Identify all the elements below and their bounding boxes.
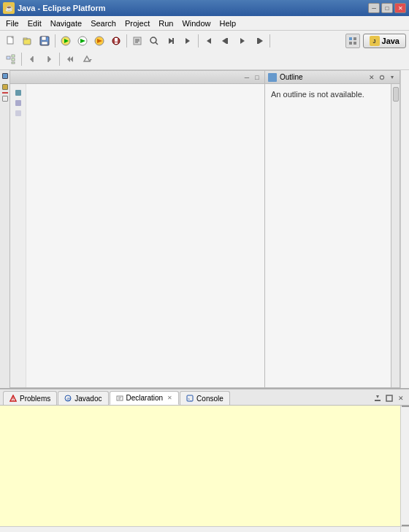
svg-rect-36 (12, 55, 15, 57)
title-buttons[interactable]: ─ □ ✕ (368, 3, 406, 13)
external-tools-button[interactable] (58, 33, 74, 49)
sidebar-marker-1 (2, 73, 8, 79)
open-button[interactable] (20, 33, 36, 49)
app-icon: ☕ (3, 2, 15, 14)
svg-marker-29 (259, 38, 263, 44)
java-perspective-button[interactable]: J Java (363, 34, 406, 48)
tab-console[interactable]: >_ Console (180, 391, 230, 405)
save-button[interactable] (37, 33, 53, 49)
close-bottom-btn[interactable]: ✕ (396, 393, 406, 403)
tab-javadoc-label: Javadoc (74, 395, 102, 403)
svg-rect-15 (115, 42, 118, 44)
title-bar-left: ☕ Java - Eclipse Platform (3, 2, 105, 14)
editor-panel: ─ □ (10, 70, 265, 388)
minimize-bottom-btn[interactable] (372, 393, 383, 403)
outline-scrollbar-thumb[interactable] (393, 87, 399, 102)
tab-javadoc[interactable]: @ Javadoc (58, 391, 108, 405)
next-edit-button[interactable] (41, 51, 57, 67)
toolbar-sep-2 (126, 34, 127, 48)
menu-edit[interactable]: Edit (23, 18, 46, 29)
menu-bar: File Edit Navigate Search Project Run Wi… (0, 16, 409, 31)
gutter-icon-2 (15, 100, 21, 106)
menu-navigate[interactable]: Navigate (46, 18, 86, 29)
menu-project[interactable]: Project (121, 18, 154, 29)
editor-titlebar: ─ □ (10, 71, 264, 84)
svg-marker-49 (391, 76, 394, 79)
svg-rect-62 (386, 395, 392, 401)
editor-row: ─ □ Outlin (0, 70, 409, 389)
svg-rect-55 (117, 396, 123, 400)
java-perspective-icon: J (370, 36, 380, 46)
svg-rect-23 (172, 38, 174, 44)
outline-title-buttons[interactable]: ✕ (367, 73, 397, 82)
outline-right-bar (391, 84, 400, 387)
toolbar-row-2 (3, 50, 406, 68)
declaration-vscrollbar[interactable] (400, 406, 409, 526)
menu-help[interactable]: Help (215, 18, 241, 29)
open-perspective-button[interactable] (345, 34, 360, 48)
svg-rect-6 (42, 42, 47, 45)
declaration-close-btn[interactable]: ✕ (167, 395, 172, 401)
tab-declaration[interactable]: Declaration ✕ (110, 391, 180, 405)
editor-title-buttons[interactable]: ─ □ (242, 73, 261, 82)
close-button[interactable]: ✕ (394, 3, 406, 13)
outline-title-left: Outline (268, 73, 303, 82)
svg-rect-32 (353, 37, 356, 40)
forward-button[interactable] (234, 33, 251, 49)
editor-text-area[interactable] (26, 84, 264, 387)
editor-gutter (10, 84, 26, 387)
run-button[interactable] (74, 33, 91, 49)
problems-icon (9, 395, 17, 402)
forward-history-button[interactable] (251, 33, 267, 49)
scrollbar-arrow-down[interactable] (402, 525, 409, 526)
outline-body: An outline is not available. (265, 84, 400, 387)
back-history-button[interactable] (218, 33, 234, 49)
svg-marker-24 (186, 38, 190, 44)
coverage-button[interactable] (91, 33, 107, 49)
console-icon: >_ (186, 395, 194, 402)
svg-rect-52 (13, 400, 14, 400)
menu-window[interactable]: Window (177, 18, 215, 29)
scrollbar-arrow-up[interactable] (402, 406, 409, 407)
build-button[interactable] (129, 33, 145, 49)
minimize-editor-btn[interactable]: ─ (242, 73, 251, 82)
hierarchy-btn[interactable] (3, 51, 19, 67)
outline-toolbar-btn[interactable] (378, 73, 386, 82)
menu-search[interactable]: Search (86, 18, 121, 29)
back-button[interactable] (201, 33, 217, 49)
svg-rect-60 (375, 400, 381, 401)
debug-button[interactable] (108, 33, 124, 49)
svg-rect-33 (349, 42, 352, 45)
new-button[interactable] (3, 33, 19, 49)
outline-menu-btn[interactable] (388, 73, 397, 82)
tab-console-label: Console (196, 395, 223, 403)
search-button[interactable] (146, 33, 162, 49)
outline-vscrollbar[interactable] (400, 70, 409, 388)
maximize-button[interactable]: □ (381, 3, 393, 13)
menu-file[interactable]: File (1, 18, 23, 29)
outline-close-btn[interactable]: ✕ (367, 73, 376, 82)
toolbar-sep-5 (21, 53, 22, 66)
svg-rect-27 (226, 38, 228, 44)
left-sidebar (0, 70, 10, 388)
svg-marker-46 (90, 59, 92, 61)
next-problem-btn[interactable] (79, 51, 95, 67)
toolbar-sep-6 (59, 53, 60, 66)
app-icon-letter: ☕ (5, 4, 13, 12)
bottom-tab-controls: ✕ (372, 393, 409, 405)
last-edit-btn[interactable] (62, 51, 78, 67)
tab-problems[interactable]: Problems (3, 391, 57, 405)
next2-button[interactable] (180, 33, 196, 49)
sidebar-marker-3 (2, 92, 8, 94)
workspace: ─ □ Outlin (0, 70, 409, 532)
sidebar-marker-2 (2, 84, 8, 90)
bottom-hscrollbar[interactable] (0, 526, 409, 532)
prev-edit-button[interactable] (24, 51, 40, 67)
maximize-bottom-btn[interactable] (384, 393, 394, 403)
maximize-editor-btn[interactable]: □ (253, 73, 261, 82)
bottom-content-area (0, 406, 409, 526)
next-result-button[interactable] (163, 33, 179, 49)
declaration-content[interactable] (0, 406, 400, 526)
minimize-button[interactable]: ─ (368, 3, 380, 13)
menu-run[interactable]: Run (154, 18, 177, 29)
